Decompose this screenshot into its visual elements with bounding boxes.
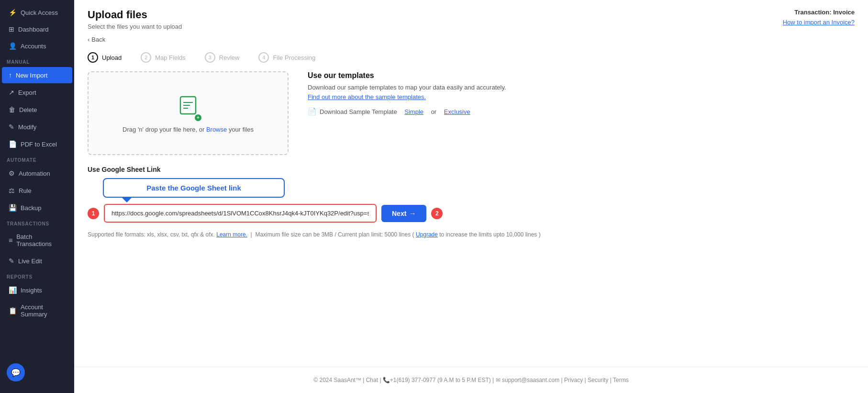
step-2-circle: 2 xyxy=(141,52,151,63)
dashboard-icon: ⊞ xyxy=(9,25,14,33)
formats-text: Supported file formats: xls, xlsx, csv, … xyxy=(88,231,855,238)
back-chevron-icon: ‹ xyxy=(88,36,89,43)
sidebar-item-account-summary[interactable]: 📋 Account Summary xyxy=(2,299,72,322)
sidebar-item-batch-transactions[interactable]: ≡ Batch Transactions xyxy=(2,229,72,252)
new-import-icon: ↑ xyxy=(9,71,12,79)
accounts-icon: 👤 xyxy=(9,42,17,50)
paste-tooltip-arrow xyxy=(122,198,132,202)
step-review: 3 Review xyxy=(205,52,240,63)
upload-row: + Drag 'n' drop your file here, or Brows… xyxy=(88,71,855,155)
step-3-circle: 3 xyxy=(205,52,215,63)
automate-section-label: AUTOMATE xyxy=(0,153,74,165)
sidebar-item-export[interactable]: ↗ Export xyxy=(2,84,72,101)
paste-tooltip-text: Paste the Google Sheet link xyxy=(146,184,241,192)
chat-icon: 💬 xyxy=(11,368,21,377)
step-upload: 1 Upload xyxy=(88,52,122,63)
sidebar-item-pdf-to-excel[interactable]: 📄 PDF to Excel xyxy=(2,136,72,152)
chat-link[interactable]: Chat xyxy=(366,377,378,383)
sidebar-item-automation[interactable]: ⚙ Automation xyxy=(2,165,72,181)
modify-icon: ✎ xyxy=(9,123,14,131)
sidebar-item-new-import[interactable]: ↑ New Import xyxy=(2,67,72,83)
template-learn-link[interactable]: Find out more about the sample templates… xyxy=(308,93,426,101)
drop-zone[interactable]: + Drag 'n' drop your file here, or Brows… xyxy=(88,71,289,155)
steps-row: 1 Upload 2 Map Fields 3 Review 4 File Pr… xyxy=(88,52,855,63)
how-to-link[interactable]: How to import an Invoice? xyxy=(783,19,855,26)
title-area: Upload files Select the files you want t… xyxy=(88,9,182,30)
template-download: 📄 Download Sample Template Simple or Exc… xyxy=(308,107,855,116)
live-edit-icon: ✎ xyxy=(9,257,14,265)
sidebar-item-live-edit[interactable]: ✎ Live Edit xyxy=(2,253,72,269)
step-badge-2: 2 xyxy=(431,208,443,219)
sidebar-item-quick-access[interactable]: ⚡ Quick Access xyxy=(2,4,72,21)
next-button[interactable]: Next → xyxy=(381,205,426,222)
content-area: 1 Upload 2 Map Fields 3 Review 4 File Pr… xyxy=(74,44,868,367)
pdf-icon: 📄 xyxy=(9,140,17,148)
exclusive-template-link[interactable]: Exclusive xyxy=(444,108,470,115)
manual-section-label: MANUAL xyxy=(0,55,74,67)
privacy-link[interactable]: Privacy xyxy=(564,377,583,383)
back-row: ‹ Back xyxy=(74,30,868,44)
automation-icon: ⚙ xyxy=(9,169,15,177)
paste-tooltip-box: Paste the Google Sheet link xyxy=(103,178,285,198)
sidebar-item-insights[interactable]: 📊 Insights xyxy=(2,282,72,298)
browse-link[interactable]: Browse xyxy=(206,126,227,133)
topbar: Upload files Select the files you want t… xyxy=(74,0,868,30)
plus-badge: + xyxy=(195,114,201,121)
chat-button[interactable]: 💬 xyxy=(7,363,25,382)
sidebar-item-modify[interactable]: ✎ Modify xyxy=(2,119,72,135)
reports-section-label: REPORTS xyxy=(0,269,74,281)
account-summary-icon: 📋 xyxy=(9,307,17,314)
sidebar-item-accounts[interactable]: 👤 Accounts xyxy=(2,38,72,54)
sidebar-item-backup[interactable]: 💾 Backup xyxy=(2,200,72,216)
topbar-right: Transaction: Invoice How to import an In… xyxy=(783,9,855,26)
batch-icon: ≡ xyxy=(9,236,12,244)
security-link[interactable]: Security xyxy=(588,377,608,383)
learn-more-link[interactable]: Learn more. xyxy=(216,231,247,238)
doc-icon: 📄 xyxy=(308,107,317,116)
sidebar: ⚡ Quick Access ⊞ Dashboard 👤 Accounts MA… xyxy=(0,0,74,393)
sidebar-item-rule[interactable]: ⚖ Rule xyxy=(2,182,72,199)
simple-template-link[interactable]: Simple xyxy=(404,108,423,115)
main-content: Upload files Select the files you want t… xyxy=(74,0,868,393)
step-map-fields: 2 Map Fields xyxy=(141,52,186,63)
back-button[interactable]: ‹ Back xyxy=(88,36,105,43)
google-sheet-section: Use Google Sheet Link Paste the Google S… xyxy=(88,166,855,238)
transactions-section-label: TRANSACTIONS xyxy=(0,216,74,228)
google-sheet-input-row: 1 Next → 2 xyxy=(88,204,855,223)
next-arrow-icon: → xyxy=(409,210,416,217)
upload-icon: + xyxy=(177,94,200,121)
template-desc: Download our sample templates to map you… xyxy=(308,83,855,101)
drop-text: Drag 'n' drop your file here, or Browse … xyxy=(122,126,254,133)
page-title: Upload files xyxy=(88,9,182,21)
page-subtitle: Select the files you want to upload xyxy=(88,23,182,30)
step-badge-1: 1 xyxy=(88,208,99,219)
sidebar-item-delete[interactable]: 🗑 Delete xyxy=(2,101,72,118)
terms-link[interactable]: Terms xyxy=(613,377,629,383)
footer: © 2024 SaasAnt™ | Chat | 📞+1(619) 377-09… xyxy=(74,367,868,393)
step-file-processing: 4 File Processing xyxy=(258,52,315,63)
insights-icon: 📊 xyxy=(9,286,17,294)
delete-icon: 🗑 xyxy=(9,106,15,113)
paste-tooltip-wrapper: Paste the Google Sheet link xyxy=(103,178,285,205)
step-1-circle: 1 xyxy=(88,52,98,63)
transaction-label: Transaction: Invoice xyxy=(794,9,855,16)
quick-access-icon: ⚡ xyxy=(9,9,17,16)
upgrade-link[interactable]: Upgrade xyxy=(416,231,438,238)
step-4-circle: 4 xyxy=(258,52,269,63)
sidebar-item-dashboard[interactable]: ⊞ Dashboard xyxy=(2,21,72,37)
export-icon: ↗ xyxy=(9,89,14,96)
template-title: Use our templates xyxy=(308,71,855,80)
rule-icon: ⚖ xyxy=(9,187,15,194)
google-sheet-label: Use Google Sheet Link xyxy=(88,166,855,173)
template-info: Use our templates Download our sample te… xyxy=(308,71,855,155)
backup-icon: 💾 xyxy=(9,204,17,212)
google-sheet-input[interactable] xyxy=(104,204,377,223)
